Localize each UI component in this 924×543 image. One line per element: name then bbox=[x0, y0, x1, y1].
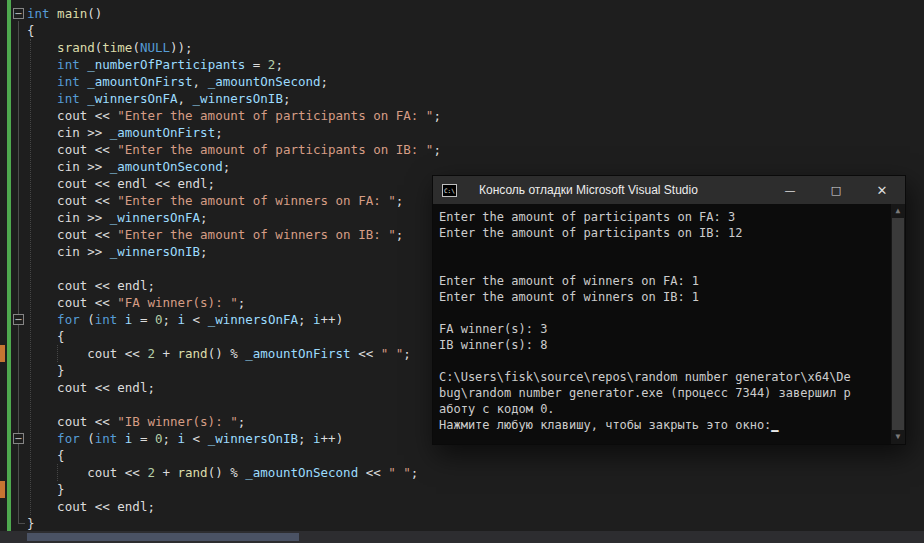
code-token: = bbox=[245, 57, 268, 72]
code-token: int bbox=[27, 6, 50, 21]
code-line[interactable]: { bbox=[27, 22, 441, 39]
console-scrollbar-thumb[interactable] bbox=[892, 218, 904, 430]
code-line[interactable]: { bbox=[27, 328, 441, 345]
code-line[interactable]: cin >> _amountOnSecond; bbox=[27, 158, 441, 175]
code-token: _winnersOnFA bbox=[110, 210, 200, 225]
code-token: "Enter the amount of participants on FA:… bbox=[117, 108, 433, 123]
code-token: cin >> bbox=[27, 159, 110, 174]
code-token: int bbox=[95, 312, 118, 327]
fold-collapse-icon[interactable]: − bbox=[13, 314, 24, 325]
code-line[interactable]: cout << "Enter the amount of winners on … bbox=[27, 226, 441, 243]
code-token bbox=[27, 431, 57, 446]
console-line bbox=[439, 241, 891, 257]
console-scrollbar[interactable]: ▲ ▼ bbox=[891, 204, 905, 444]
code-token: i bbox=[178, 431, 186, 446]
code-token: int bbox=[95, 431, 118, 446]
code-token: cout << endl << endl; bbox=[27, 176, 215, 191]
code-line[interactable]: int _amountOnFirst, _amountOnSecond; bbox=[27, 73, 441, 90]
code-token: () bbox=[87, 6, 102, 21]
code-token: cout << bbox=[27, 465, 147, 480]
code-line[interactable]: for (int i = 0; i < _winnersOnIB; i++) bbox=[27, 430, 441, 447]
code-token: _amountOnFirst bbox=[110, 125, 215, 140]
code-token bbox=[27, 74, 57, 89]
console-output[interactable]: Enter the amount of participants on FA: … bbox=[433, 204, 891, 444]
code-token: 2 bbox=[147, 465, 155, 480]
code-line[interactable]: } bbox=[27, 362, 441, 379]
code-line[interactable]: cout << "Enter the amount of participant… bbox=[27, 141, 441, 158]
code-token: () % bbox=[208, 465, 246, 480]
fold-scope-line bbox=[18, 21, 19, 523]
console-cursor: ▁ bbox=[771, 418, 778, 432]
console-line: bug\random number generator.exe (процесс… bbox=[439, 385, 891, 401]
code-token bbox=[117, 312, 125, 327]
code-token: { bbox=[27, 23, 35, 38]
minimize-icon[interactable]: — bbox=[767, 176, 813, 204]
console-line bbox=[439, 257, 891, 273]
code-line[interactable]: cout << "IB winner(s): "; bbox=[27, 413, 441, 430]
code-token: cout << endl; bbox=[27, 380, 155, 395]
code-token: < bbox=[185, 312, 208, 327]
fold-collapse-icon[interactable]: − bbox=[13, 433, 24, 444]
code-line[interactable]: int _numberOfParticipants = 2; bbox=[27, 56, 441, 73]
code-line[interactable]: } bbox=[27, 515, 441, 532]
horizontal-scrollbar-thumb[interactable] bbox=[27, 533, 299, 541]
code-line[interactable]: cout << "FA winner(s): "; bbox=[27, 294, 441, 311]
code-line[interactable]: int _winnersOnFA, _winnersOnIB; bbox=[27, 90, 441, 107]
code-token: ++) bbox=[321, 431, 344, 446]
code-line[interactable]: srand(time(NULL)); bbox=[27, 39, 441, 56]
code-token: cout << bbox=[27, 414, 117, 429]
maximize-icon[interactable]: □ bbox=[813, 176, 859, 204]
code-token: cin >> bbox=[27, 210, 110, 225]
code-line[interactable]: int main() bbox=[27, 5, 441, 22]
code-token: _winnersOnFA bbox=[208, 312, 298, 327]
code-token: int bbox=[57, 74, 80, 89]
code-token bbox=[27, 40, 57, 55]
code-line[interactable] bbox=[27, 396, 441, 413]
code-line[interactable]: } bbox=[27, 481, 441, 498]
code-token: 0 bbox=[155, 312, 163, 327]
code-text[interactable]: int main(){ srand(time(NULL)); int _numb… bbox=[27, 5, 441, 532]
code-token: i bbox=[313, 312, 321, 327]
code-token: ; bbox=[396, 193, 404, 208]
code-line[interactable]: cout << endl; bbox=[27, 498, 441, 515]
code-token: cout << bbox=[27, 295, 117, 310]
code-token: srand bbox=[57, 40, 95, 55]
console-title-bar[interactable]: C:\ Консоль отладки Microsoft Visual Stu… bbox=[433, 176, 905, 204]
code-token: ; bbox=[223, 159, 231, 174]
code-token: cout << bbox=[27, 193, 117, 208]
code-line[interactable]: cout << endl; bbox=[27, 277, 441, 294]
editor-horizontal-scrollbar[interactable] bbox=[0, 531, 924, 543]
debug-console-window[interactable]: C:\ Консоль отладки Microsoft Visual Stu… bbox=[432, 175, 906, 445]
code-token: < bbox=[185, 431, 208, 446]
console-line bbox=[439, 305, 891, 321]
code-token: = bbox=[132, 312, 155, 327]
code-line[interactable]: cin >> _winnersOnFA; bbox=[27, 209, 441, 226]
code-token: ( bbox=[80, 312, 95, 327]
code-token: ( bbox=[132, 40, 140, 55]
console-line: Enter the amount of participants on FA: … bbox=[439, 209, 891, 225]
code-token: cout << bbox=[27, 108, 117, 123]
code-token: int bbox=[57, 91, 80, 106]
code-line[interactable]: cout << 2 + rand() % _amountOnFirst << "… bbox=[27, 345, 441, 362]
fold-collapse-icon[interactable]: − bbox=[13, 8, 24, 19]
code-token: ; bbox=[200, 210, 208, 225]
code-token: ; bbox=[403, 346, 411, 361]
code-line[interactable] bbox=[27, 260, 441, 277]
code-token: cout << bbox=[27, 227, 117, 242]
code-line[interactable]: cout << endl << endl; bbox=[27, 175, 441, 192]
code-line[interactable]: cout << endl; bbox=[27, 379, 441, 396]
code-token: + bbox=[155, 346, 178, 361]
code-token bbox=[50, 6, 58, 21]
code-line[interactable]: cin >> _amountOnFirst; bbox=[27, 124, 441, 141]
code-token: for bbox=[57, 431, 80, 446]
code-line[interactable]: cout << 2 + rand() % _amountOnSecond << … bbox=[27, 464, 441, 481]
code-line[interactable]: { bbox=[27, 447, 441, 464]
console-line: Нажмите любую клавишу, чтобы закрыть это… bbox=[439, 417, 891, 433]
close-icon[interactable]: ✕ bbox=[859, 176, 905, 204]
scroll-down-icon[interactable]: ▼ bbox=[891, 430, 905, 444]
scroll-up-icon[interactable]: ▲ bbox=[891, 204, 905, 218]
code-line[interactable]: for (int i = 0; i < _winnersOnFA; i++) bbox=[27, 311, 441, 328]
code-line[interactable]: cout << "Enter the amount of winners on … bbox=[27, 192, 441, 209]
code-line[interactable]: cin >> _winnersOnIB; bbox=[27, 243, 441, 260]
code-line[interactable]: cout << "Enter the amount of participant… bbox=[27, 107, 441, 124]
